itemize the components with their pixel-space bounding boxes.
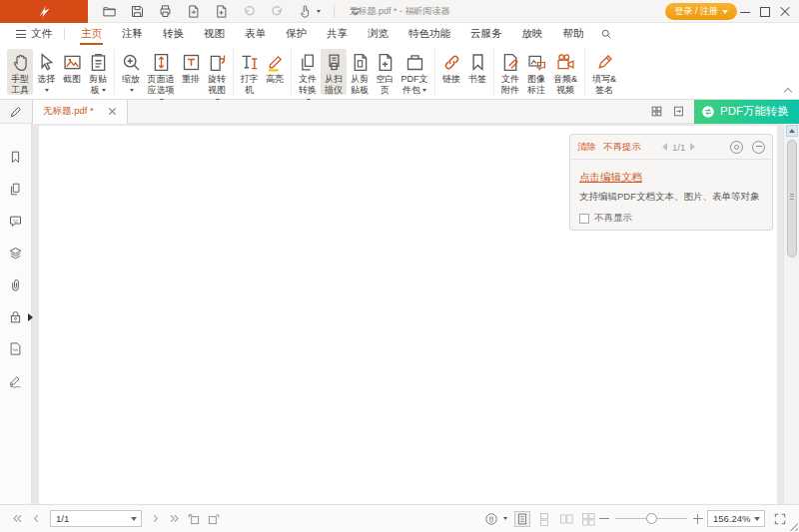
attachments-panel-icon[interactable] xyxy=(8,277,23,292)
tab-home[interactable]: 主页 xyxy=(71,23,112,45)
vertical-scrollbar[interactable] xyxy=(783,124,799,504)
fit-page-button[interactable]: 页面适应选项 xyxy=(144,49,178,95)
customize-toolbar-icon[interactable] xyxy=(348,4,363,19)
sidebar-expand-handle[interactable] xyxy=(28,313,33,321)
pdf-portfolio-button[interactable]: PDF文件包 xyxy=(398,49,431,95)
zoom-level-combobox[interactable]: 156.24% xyxy=(707,510,765,527)
file-convert-button[interactable]: 文件转换 xyxy=(295,49,321,95)
pdf-convert-button[interactable]: PDF万能转换 xyxy=(694,100,799,124)
scrollbar-thumb[interactable] xyxy=(787,140,797,258)
search-icon[interactable] xyxy=(600,28,612,40)
touch-mode-icon[interactable] xyxy=(298,4,321,19)
comments-panel-icon[interactable] xyxy=(8,214,23,229)
tab-view[interactable]: 视图 xyxy=(194,23,235,45)
clipboard-button[interactable]: 剪贴板 xyxy=(85,49,111,95)
pages-panel-icon[interactable] xyxy=(8,182,23,197)
tab-browse[interactable]: 浏览 xyxy=(358,23,399,45)
app-logo[interactable] xyxy=(0,0,88,23)
single-page-view-icon[interactable] xyxy=(515,512,529,526)
main-area: 清除 不再提示 1/1 点击编辑文档 支持编辑PDF文档文本、图片、表单等对象 … xyxy=(0,124,799,504)
edit-document-link[interactable]: 点击编辑文档 xyxy=(579,171,642,185)
next-view-icon[interactable] xyxy=(207,512,221,526)
dont-remind-link[interactable]: 不再提示 xyxy=(603,141,641,154)
reflow-button[interactable]: 重排 xyxy=(178,49,204,95)
next-notification-icon[interactable] xyxy=(690,143,695,151)
blank-page-button[interactable]: 空白页 xyxy=(373,49,398,95)
audio-video-button[interactable]: 音频&视频 xyxy=(549,49,581,95)
tab-slideshow[interactable]: 放映 xyxy=(512,23,553,45)
layers-panel-icon[interactable] xyxy=(8,246,23,261)
highlight-button[interactable]: 高亮 xyxy=(262,49,288,95)
security-panel-icon[interactable] xyxy=(8,309,23,324)
page-number-combobox[interactable]: 1/1 xyxy=(50,510,142,527)
close-button[interactable] xyxy=(777,4,793,19)
fullscreen-icon[interactable] xyxy=(773,512,787,526)
convert-doc-icon[interactable] xyxy=(186,4,201,19)
tab-share[interactable]: 共享 xyxy=(317,23,358,45)
tab-protect[interactable]: 保护 xyxy=(276,23,317,45)
tab-grid-icon[interactable] xyxy=(650,105,663,118)
clear-link[interactable]: 清除 xyxy=(577,141,596,154)
edit-pencil-icon[interactable] xyxy=(0,105,32,119)
tab-form[interactable]: 表单 xyxy=(235,23,276,45)
save-icon[interactable] xyxy=(130,4,145,19)
signature-panel-icon[interactable] xyxy=(8,341,23,356)
hand-tool-button[interactable]: 手型工具 xyxy=(7,49,33,95)
from-scanner-button[interactable]: 从扫描仪 xyxy=(321,49,347,95)
login-button[interactable]: 登录 / 注册 xyxy=(665,3,737,20)
maximize-button[interactable] xyxy=(757,4,773,19)
tab-comment[interactable]: 注释 xyxy=(112,23,153,45)
notification-panel: 清除 不再提示 1/1 点击编辑文档 支持编辑PDF文档文本、图片、表单等对象 … xyxy=(569,134,773,231)
typewriter-button[interactable]: 打字机 xyxy=(237,49,262,95)
dont-show-checkbox[interactable] xyxy=(579,214,589,224)
collapse-ribbon-icon[interactable] xyxy=(785,87,792,94)
zoom-out-icon[interactable] xyxy=(599,512,609,526)
continuous-view-icon[interactable] xyxy=(537,512,551,526)
minimize-panel-icon[interactable] xyxy=(752,141,765,154)
undo-icon[interactable] xyxy=(242,4,257,19)
tab-convert[interactable]: 转换 xyxy=(153,23,194,45)
tab-cloud[interactable]: 云服务 xyxy=(460,23,512,45)
tab-help[interactable]: 帮助 xyxy=(553,23,594,45)
bookmark-button[interactable]: 书签 xyxy=(464,49,490,95)
dont-show-label: 不再显示 xyxy=(594,212,632,225)
hand-icon xyxy=(10,52,31,73)
tab-features[interactable]: 特色功能 xyxy=(399,23,460,45)
print-icon[interactable] xyxy=(158,4,173,19)
menu-file[interactable]: 文件 xyxy=(10,27,58,41)
minimize-button[interactable] xyxy=(737,4,753,19)
facing-continuous-view-icon[interactable] xyxy=(581,512,595,526)
reading-mode-icon[interactable] xyxy=(672,105,685,118)
gear-icon[interactable] xyxy=(730,141,743,154)
rotate-view-button[interactable]: 旋转视图 xyxy=(204,49,230,95)
hand-mode-selector[interactable] xyxy=(484,512,507,526)
bookmarks-panel-icon[interactable] xyxy=(8,150,23,165)
next-page-icon[interactable] xyxy=(149,512,162,525)
file-attachment-button[interactable]: 文件附件 xyxy=(497,49,523,95)
zoom-button[interactable]: 缩放 xyxy=(118,49,144,95)
redo-icon[interactable] xyxy=(270,4,285,19)
document-tab[interactable]: 无标题.pdf * xyxy=(32,100,128,124)
from-clipboard-button[interactable]: 从剪贴板 xyxy=(347,49,373,95)
facing-view-icon[interactable] xyxy=(559,512,573,526)
zoom-in-icon[interactable] xyxy=(693,512,703,526)
ribbon-group-view: 缩放 页面适应选项 重排 旋转视图 xyxy=(115,49,234,95)
open-file-icon[interactable] xyxy=(102,4,117,19)
select-button[interactable]: 选择 xyxy=(33,49,59,95)
close-tab-icon[interactable] xyxy=(108,107,117,116)
snapshot-button[interactable]: 截图 xyxy=(59,49,85,95)
stamp-sign-panel-icon[interactable] xyxy=(8,373,23,388)
scroll-up-button[interactable] xyxy=(786,125,798,137)
fill-sign-button[interactable]: 填写&签名 xyxy=(588,49,620,95)
first-page-icon[interactable] xyxy=(11,512,24,525)
zoom-slider[interactable] xyxy=(615,512,687,526)
prev-notification-icon[interactable] xyxy=(662,143,667,151)
new-doc-icon[interactable] xyxy=(214,4,229,19)
video-camera-icon xyxy=(555,52,576,73)
last-page-icon[interactable] xyxy=(168,512,181,525)
prev-page-icon[interactable] xyxy=(30,512,43,525)
link-button[interactable]: 链接 xyxy=(438,49,464,95)
zoom-slider-thumb[interactable] xyxy=(646,513,657,524)
prev-view-icon[interactable] xyxy=(187,512,201,526)
image-annotation-button[interactable]: 图像标注 xyxy=(523,49,549,95)
